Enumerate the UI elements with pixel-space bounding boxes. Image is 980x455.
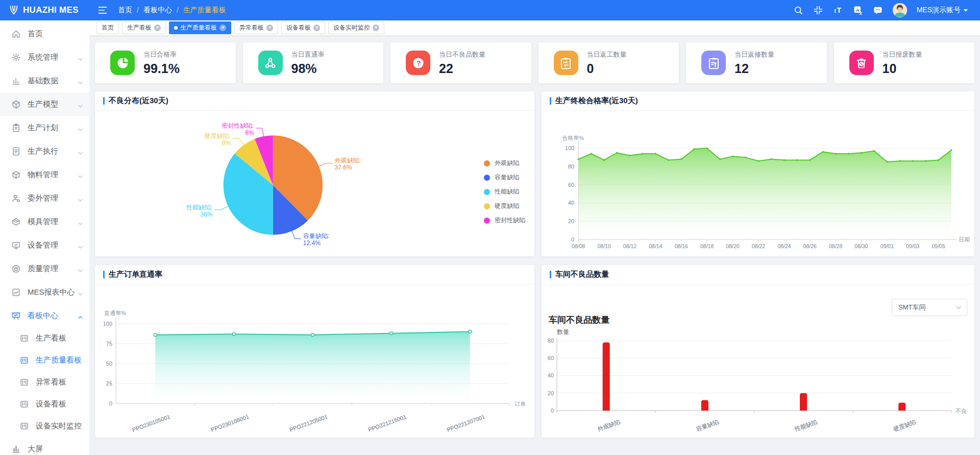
svg-text:0: 0 bbox=[571, 236, 574, 243]
legend-item[interactable]: 外观缺陷 bbox=[484, 159, 525, 167]
tab-equipment-realtime-monitor[interactable]: 设备实时监控✕ bbox=[328, 21, 384, 34]
svg-text:08/26: 08/26 bbox=[803, 243, 817, 249]
sidebar-item-production-execution[interactable]: 生产执行 bbox=[0, 139, 89, 163]
translate-icon[interactable]: A文 bbox=[853, 5, 863, 15]
legend-item[interactable]: 硬度缺陷 bbox=[484, 202, 525, 210]
svg-text:09/01: 09/01 bbox=[880, 243, 894, 249]
sidebar-item-system-management[interactable]: 系统管理 bbox=[0, 45, 89, 69]
sidebar-item-quality-management[interactable]: 质量管理 bbox=[0, 257, 89, 280]
sidebar-item-production-quality-board[interactable]: 生产质量看板 bbox=[0, 349, 89, 371]
legend-label: 密封性缺陷 bbox=[495, 216, 525, 225]
svg-text:?: ? bbox=[416, 59, 421, 67]
close-icon[interactable]: ✕ bbox=[219, 25, 226, 31]
svg-text:日期: 日期 bbox=[959, 236, 970, 243]
sidebar-item-equipment-realtime-monitor[interactable]: 设备实时监控 bbox=[0, 415, 89, 437]
chevron-down-icon bbox=[955, 304, 962, 310]
panel-icon bbox=[19, 399, 29, 409]
svg-text:外观缺陷: 外观缺陷 bbox=[596, 419, 621, 433]
sidebar-item-label: 生产执行 bbox=[28, 147, 58, 156]
panel-marker bbox=[550, 97, 551, 105]
order-fpy-area-chart: 0255075100直通率%PPO230105001PPO230106001PP… bbox=[95, 284, 534, 438]
sidebar-item-abnormal-board[interactable]: 异常看板 bbox=[0, 371, 89, 393]
sidebar-item-mold-management[interactable]: 模具管理 bbox=[0, 210, 89, 233]
svg-text:外观缺陷:37.6%: 外观缺陷:37.6% bbox=[335, 157, 361, 171]
scrap-icon bbox=[849, 51, 874, 75]
tab-abnormal-board[interactable]: 异常看板✕ bbox=[234, 21, 278, 34]
sidebar-item-base-data[interactable]: 基础数据 bbox=[0, 69, 89, 92]
close-icon[interactable]: ✕ bbox=[373, 25, 379, 31]
panel-header: 不良分布(近30天) bbox=[95, 91, 534, 111]
breadcrumb-item[interactable]: 首页 bbox=[118, 6, 132, 15]
tab-production-board[interactable]: 生产看板✕ bbox=[122, 21, 166, 34]
sidebar-item-board-center[interactable]: 看板中心 bbox=[0, 304, 89, 327]
sidebar-item-label: 质量管理 bbox=[28, 264, 58, 274]
kpi-card-pass-rate: 当日合格率99.1% bbox=[95, 42, 236, 83]
sidebar-item-outsourcing-management[interactable]: 委外管理 bbox=[0, 186, 89, 210]
sidebar-item-home[interactable]: 首页 bbox=[0, 22, 89, 45]
chevron-down-icon bbox=[964, 9, 968, 12]
legend-item[interactable]: 性能缺陷 bbox=[484, 187, 525, 196]
defect-pie-chart: 外观缺陷:37.6%容量缺陷:12.4%性能缺陷:36%硬度缺陷:8%密封性缺陷… bbox=[95, 111, 534, 256]
svg-text:硬度缺陷: 硬度缺陷 bbox=[893, 419, 917, 433]
sidebar-item-label: 模具管理 bbox=[28, 217, 58, 227]
svg-text:08/30: 08/30 bbox=[854, 243, 868, 249]
charts-row-1: 不良分布(近30天) 外观缺陷:37.6%容量缺陷:12.4%性能缺陷:36%硬… bbox=[95, 91, 974, 256]
kpi-value: 12 bbox=[734, 61, 774, 76]
tab-home[interactable]: 首页 bbox=[96, 21, 119, 34]
svg-text:75: 75 bbox=[106, 341, 112, 347]
sidebar-item-production-board[interactable]: 生产看板 bbox=[0, 327, 89, 349]
user-menu[interactable]: MES演示账号 bbox=[917, 6, 968, 15]
workshop-select-value: SMT车间 bbox=[898, 303, 925, 312]
search-icon[interactable] bbox=[793, 5, 803, 15]
tab-production-quality-board[interactable]: 生产质量看板✕ bbox=[169, 21, 231, 34]
svg-text:08/18: 08/18 bbox=[700, 243, 714, 249]
breadcrumb-separator: / bbox=[137, 6, 139, 14]
svg-text:40: 40 bbox=[548, 373, 554, 379]
sidebar-item-label: 生产看板 bbox=[36, 333, 66, 343]
sidebar-toggle-icon[interactable] bbox=[97, 5, 108, 15]
breadcrumb: 首页/看板中心/生产质量看板 bbox=[118, 6, 226, 15]
avatar[interactable] bbox=[893, 3, 907, 17]
svg-text:40: 40 bbox=[568, 200, 574, 206]
tab-label: 设备实时监控 bbox=[333, 23, 370, 32]
breadcrumb-item[interactable]: 看板中心 bbox=[143, 6, 172, 15]
doc-icon bbox=[11, 147, 21, 156]
chevron-up-icon bbox=[78, 313, 83, 319]
workshop-select[interactable]: SMT车间 bbox=[892, 299, 967, 316]
chevron-down-icon bbox=[78, 149, 83, 154]
kpi-label: 当日直通率 bbox=[291, 50, 325, 59]
tab-label: 首页 bbox=[102, 23, 114, 32]
sidebar-item-mes-report-center[interactable]: MES报表中心 bbox=[0, 280, 89, 304]
sidebar-item-equipment-management[interactable]: 设备管理 bbox=[0, 233, 89, 257]
package-icon bbox=[11, 217, 21, 227]
close-icon[interactable]: ✕ bbox=[266, 25, 273, 31]
panel-final-pass-rate: 生产终检合格率(近30天) 020406080100合格率%08/0808/10… bbox=[542, 91, 974, 256]
svg-text:20: 20 bbox=[548, 390, 554, 396]
logo[interactable]: HUAZHI MES bbox=[0, 5, 89, 16]
chevron-down-icon bbox=[78, 55, 83, 60]
sidebar-item-material-management[interactable]: 物料管理 bbox=[0, 163, 89, 186]
repair-icon bbox=[701, 51, 726, 75]
svg-text:容量缺陷: 容量缺陷 bbox=[695, 419, 719, 433]
legend-item[interactable]: 密封性缺陷 bbox=[484, 216, 525, 225]
sidebar-item-equipment-board[interactable]: 设备看板 bbox=[0, 393, 89, 415]
font-size-icon[interactable]: tT bbox=[833, 5, 843, 15]
sidebar-item-production-model[interactable]: 生产模型 bbox=[0, 92, 89, 116]
frame: 首页系统管理基础数据生产模型生产计划生产执行物料管理委外管理模具管理设备管理质量… bbox=[0, 20, 980, 455]
message-icon[interactable] bbox=[873, 5, 883, 15]
sidebar-item-production-plan[interactable]: 生产计划 bbox=[0, 116, 89, 139]
close-icon[interactable]: ✕ bbox=[313, 25, 320, 31]
compress-icon[interactable] bbox=[813, 5, 823, 15]
sidebar-item-label: 设备看板 bbox=[36, 399, 66, 409]
sidebar-item-label: 大屏 bbox=[28, 444, 43, 454]
box-icon bbox=[11, 170, 21, 180]
svg-text:20: 20 bbox=[568, 218, 574, 224]
close-icon[interactable]: ✕ bbox=[154, 25, 161, 31]
panel-body: 0255075100直通率%PPO230105001PPO230106001PP… bbox=[95, 284, 534, 438]
svg-text:09/05: 09/05 bbox=[932, 243, 945, 249]
svg-text:08/10: 08/10 bbox=[597, 243, 610, 249]
sidebar-item-big-screen[interactable]: 大屏 bbox=[0, 437, 89, 455]
legend-item[interactable]: 容量缺陷 bbox=[484, 173, 525, 182]
sidebar-item-label: 系统管理 bbox=[28, 53, 58, 62]
tab-equipment-board[interactable]: 设备看板✕ bbox=[281, 21, 325, 34]
